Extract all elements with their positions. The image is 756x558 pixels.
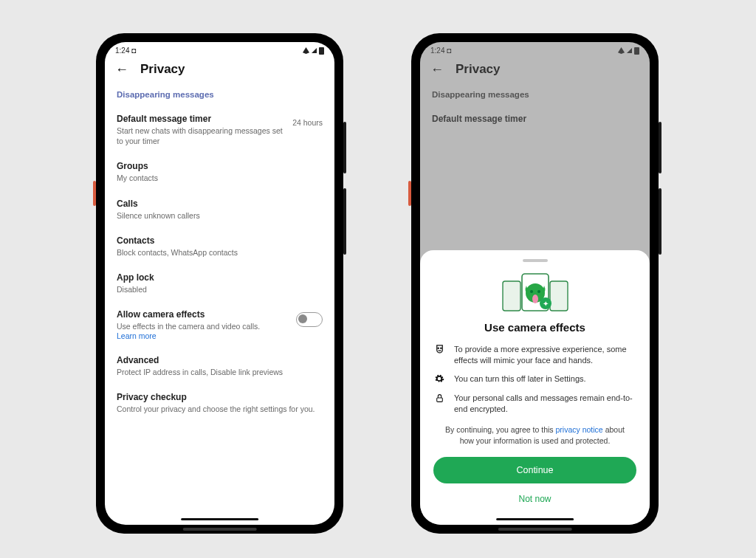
gear-icon [433,373,445,384]
signal-icon [312,48,317,53]
svg-point-5 [537,290,540,293]
row-default-timer[interactable]: Default message timer Start new chats wi… [117,106,323,154]
camera-effects-sheet: ✦ Use camera effects To provide a more e… [420,250,650,525]
svg-rect-0 [503,281,520,311]
section-header-disappearing: Disappearing messages [432,90,638,99]
svg-point-10 [440,348,441,348]
section-header-disappearing: Disappearing messages [117,90,323,99]
wifi-icon [303,47,309,54]
sheet-handle[interactable] [523,259,548,262]
row-camera-effects[interactable]: Allow camera effects Use effects in the … [117,302,323,348]
bullet-encrypted: Your personal calls and messages remain … [433,393,636,416]
header: ← Privacy [105,56,334,84]
row-calls[interactable]: Calls Silence unknown callers [117,191,323,228]
back-arrow-icon[interactable]: ← [430,63,444,76]
not-now-button[interactable]: Not now [433,486,636,512]
status-time: 1:24 ◘ [430,46,451,55]
phone-accent-button [93,181,96,206]
row-subtitle: Protect IP address in calls, Disable lin… [117,367,323,377]
lock-icon [433,393,445,404]
row-title: App lock [117,272,323,283]
row-title: Groups [117,161,323,171]
row-groups[interactable]: Groups My contacts [117,154,323,190]
bullet-text: You can turn this off later in Settings. [454,373,586,385]
phone-power-button [343,188,346,255]
row-title: Default message timer [117,114,284,124]
phone-accent-button [408,181,411,206]
battery-icon [319,47,324,55]
row-subtitle: Control your privacy and choose the righ… [117,404,323,414]
page-title: Privacy [456,62,501,77]
row-subtitle: My contacts [117,173,323,183]
screen-right: 1:24 ◘ ← Privacy Disappearing messages D… [420,42,650,525]
phone-frame-right: 1:24 ◘ ← Privacy Disappearing messages D… [411,33,659,534]
row-title: Privacy checkup [117,392,323,402]
bullet-settings: You can turn this off later in Settings. [433,373,636,385]
row-privacy-checkup[interactable]: Privacy checkup Control your privacy and… [117,385,323,421]
row-title: Contacts [117,235,323,246]
mask-icon [433,344,445,355]
svg-point-9 [438,348,439,348]
status-bar: 1:24 ◘ [420,42,650,56]
row-title: Calls [117,199,323,209]
continue-button[interactable]: Continue [433,457,636,483]
gesture-bar [496,518,574,520]
row-title: Advanced [117,355,323,365]
camera-effects-toggle[interactable] [296,312,323,327]
phone-volume-button [659,122,662,173]
row-subtitle: Use effects in the camera and video call… [117,321,287,331]
sheet-disclaimer: By continuing, you agree to this privacy… [438,424,632,447]
row-title: Default message timer [432,114,638,124]
row-default-timer-dimmed: Default message timer [432,106,638,131]
row-app-lock[interactable]: App lock Disabled [117,265,323,302]
row-value: 24 hours [292,114,323,127]
svg-point-4 [530,290,533,293]
sheet-title: Use camera effects [433,321,636,334]
row-subtitle: Start new chats with disappearing messag… [117,125,284,146]
battery-icon [634,47,639,55]
svg-rect-1 [550,281,568,311]
row-contacts[interactable]: Contacts Block contacts, WhatsApp contac… [117,228,323,265]
signal-icon [627,48,632,53]
page-title: Privacy [140,62,185,77]
bullet-text: Your personal calls and messages remain … [454,393,636,416]
row-subtitle: Block contacts, WhatsApp contacts [117,247,323,258]
row-title: Allow camera effects [117,309,287,320]
phone-frame-left: 1:24 ◘ ← Privacy Disappearing messages D… [96,33,343,534]
bullet-face: To provide a more expressive experience,… [433,344,636,367]
svg-rect-11 [436,398,442,402]
sheet-illustration: ✦ [433,269,636,315]
header: ← Privacy [420,56,650,84]
bullet-text: To provide a more expressive experience,… [454,344,636,367]
row-advanced[interactable]: Advanced Protect IP address in calls, Di… [117,348,323,385]
svg-point-6 [532,294,538,303]
status-time: 1:24 ◘ [115,46,136,55]
privacy-notice-link[interactable]: privacy notice [556,425,603,434]
phone-power-button [659,188,662,255]
wifi-icon [618,47,625,54]
row-subtitle: Disabled [117,284,323,294]
status-bar: 1:24 ◘ [105,42,334,56]
back-arrow-icon[interactable]: ← [115,63,128,76]
phone-volume-button [343,122,346,173]
learn-more-link[interactable]: Learn more [117,331,287,340]
svg-text:✦: ✦ [543,300,549,308]
screen-left: 1:24 ◘ ← Privacy Disappearing messages D… [105,42,334,525]
row-subtitle: Silence unknown callers [117,210,323,221]
gesture-bar [181,518,259,520]
